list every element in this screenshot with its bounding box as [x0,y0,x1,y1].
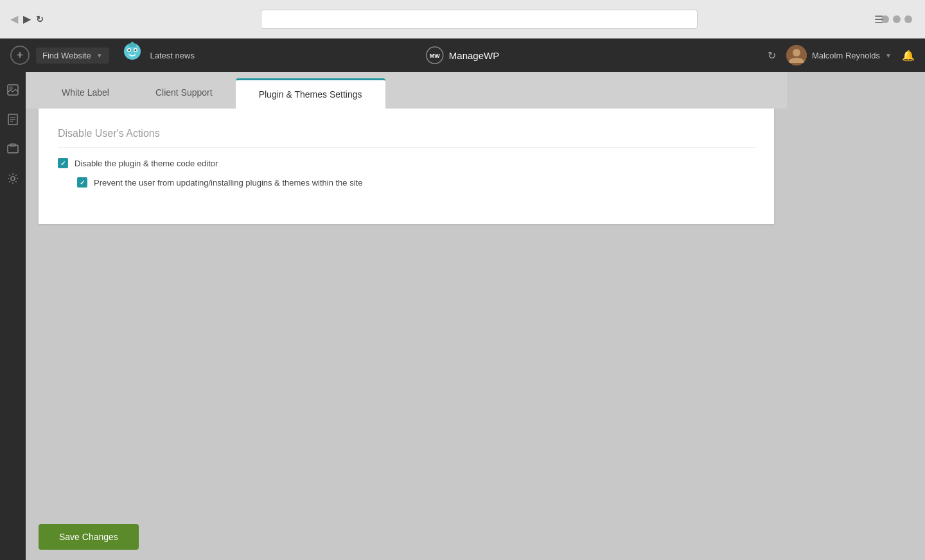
tab-plugin-themes[interactable]: Plugin & Themes Settings [236,78,385,109]
checkmark-icon: ✓ [60,160,66,167]
svg-rect-6 [131,42,134,44]
mascot [119,41,145,69]
dropdown-arrow-icon: ▼ [96,52,103,59]
checkbox-prevent-update-box[interactable]: ✓ [77,177,87,188]
mascot-svg [119,41,145,67]
refresh-browser-icon[interactable]: ↻ [36,14,44,24]
sidebar-item-reports[interactable] [5,112,21,127]
save-changes-button[interactable]: Save Changes [39,524,139,550]
forward-arrow-icon[interactable]: ▶ [23,13,31,25]
user-menu[interactable]: Malcolm Reynolds ▼ [786,45,892,66]
sidebar-item-tools[interactable] [5,141,21,157]
tab-client-support[interactable]: Client Support [132,78,236,109]
sidebar [0,72,26,560]
tabs-container: White Label Client Support Plugin & Them… [26,72,787,109]
sync-icon[interactable]: ↻ [768,49,776,62]
svg-point-10 [793,49,800,57]
notification-bell-icon[interactable]: 🔔 [902,49,915,62]
user-dropdown-arrow: ▼ [885,52,892,59]
checkbox-disable-editor-box[interactable]: ✓ [58,158,68,168]
checkbox-prevent-update[interactable]: ✓ Prevent the user from updating/install… [77,177,755,188]
app-header: + Find Website ▼ Latest news MW ManageWP… [0,39,925,72]
app-name: ManageWP [449,50,499,61]
traffic-light-3 [904,15,912,23]
tab-white-label[interactable]: White Label [39,78,132,109]
browser-menu-icon[interactable]: ☰ [874,13,883,25]
app-body: White Label Client Support Plugin & Them… [0,72,925,560]
sidebar-item-settings[interactable] [5,171,21,186]
checkmark-icon-2: ✓ [80,179,85,186]
managewp-logo-icon: MW [426,46,444,64]
user-name: Malcolm Reynolds [812,51,880,60]
find-website-label: Find Website [42,51,91,60]
header-right: ↻ Malcolm Reynolds ▼ 🔔 [768,45,915,66]
footer-bar: Save Changes [26,514,787,560]
find-website-dropdown[interactable]: Find Website ▼ [36,48,109,64]
sidebar-item-images[interactable] [5,82,21,98]
svg-point-19 [11,177,15,180]
checkbox-disable-editor[interactable]: ✓ Disable the plugin & theme code editor [58,158,755,168]
checkbox-prevent-update-label: Prevent the user from updating/installin… [94,178,362,188]
avatar [786,45,807,66]
svg-text:MW: MW [430,53,440,59]
checkbox-disable-editor-label: Disable the plugin & theme code editor [75,159,218,168]
back-arrow-icon[interactable]: ◀ [10,13,18,25]
section-title: Disable User's Actions [58,128,755,148]
add-website-button[interactable]: + [10,46,30,65]
browser-chrome: ◀ ▶ ↻ ☰ [0,0,925,39]
right-panel [787,72,925,560]
content-card: Disable User's Actions ✓ Disable the plu… [39,109,774,224]
latest-news-link[interactable]: Latest news [150,51,195,60]
svg-point-3 [128,49,130,51]
svg-point-12 [10,87,12,89]
browser-url-input[interactable] [261,10,698,29]
svg-point-4 [134,49,136,51]
traffic-light-2 [893,15,901,23]
browser-nav-buttons: ◀ ▶ ↻ [10,13,44,25]
app-logo: MW ManageWP [426,46,499,64]
avatar-image [786,45,807,66]
traffic-lights [881,15,912,23]
main-content: White Label Client Support Plugin & Them… [26,72,787,560]
